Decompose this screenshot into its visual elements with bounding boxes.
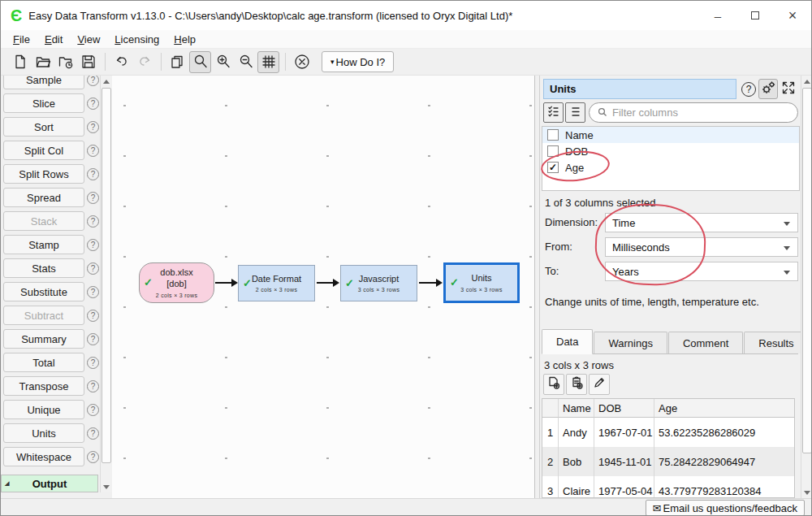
undo-button[interactable] xyxy=(110,51,132,73)
paste-button[interactable] xyxy=(566,374,587,395)
menu-file[interactable]: File xyxy=(6,32,37,47)
help-icon[interactable]: ? xyxy=(87,76,99,86)
column-row-name[interactable]: Name xyxy=(542,127,799,143)
sidebar-item-sample[interactable]: Sample xyxy=(3,76,84,89)
sidebar-item-split-rows[interactable]: Split Rows xyxy=(3,164,84,184)
sidebar-item-whitespace[interactable]: Whitespace xyxy=(3,447,84,466)
checkbox-unchecked[interactable] xyxy=(547,129,559,141)
scrollbar-thumb[interactable] xyxy=(102,88,111,463)
filter-columns-input[interactable] xyxy=(612,106,775,119)
header-age[interactable]: Age xyxy=(654,399,794,418)
checkbox-unchecked[interactable] xyxy=(547,145,559,157)
menu-help[interactable]: Help xyxy=(166,32,203,47)
help-icon[interactable]: ? xyxy=(87,357,99,369)
node-units-selected[interactable]: ✓ Units 3 cols × 3 rows xyxy=(443,262,520,303)
help-icon[interactable]: ? xyxy=(87,333,99,345)
output-section-header[interactable]: ◢ Output xyxy=(1,475,98,492)
zoom-out-button[interactable] xyxy=(235,51,257,73)
sidebar-item-slice[interactable]: Slice xyxy=(3,93,84,113)
new-file-button[interactable] xyxy=(9,51,31,73)
edit-data-button[interactable] xyxy=(589,374,610,395)
toolbar-separator xyxy=(161,53,162,71)
pan-zoom-button[interactable] xyxy=(189,51,211,73)
table-row[interactable]: 2 Bob 1945-11-01 75.28422829064947 xyxy=(542,447,794,476)
scroll-down-icon[interactable] xyxy=(101,481,112,492)
menu-view[interactable]: View xyxy=(70,32,107,47)
header-name[interactable]: Name xyxy=(559,399,594,418)
to-units-dropdown[interactable]: Years xyxy=(605,262,798,281)
zoom-in-button[interactable] xyxy=(212,51,234,73)
help-icon[interactable]: ? xyxy=(87,286,99,298)
add-file-button[interactable] xyxy=(543,374,564,395)
sidebar-item-sort[interactable]: Sort xyxy=(3,117,84,137)
header-dob[interactable]: DOB xyxy=(594,399,654,418)
toggle-grid-button[interactable] xyxy=(257,51,279,73)
help-icon[interactable]: ? xyxy=(87,168,99,180)
panel-help-button[interactable]: ? xyxy=(739,79,758,99)
filter-columns-field[interactable] xyxy=(589,102,798,123)
help-icon[interactable]: ? xyxy=(87,427,99,440)
corner-header-cell[interactable] xyxy=(542,399,559,418)
tab-data[interactable]: Data xyxy=(542,329,593,354)
sidebar-item-unique[interactable]: Unique xyxy=(3,400,84,419)
clipboard-plus-icon xyxy=(569,375,584,393)
sidebar-item-spread[interactable]: Spread xyxy=(3,188,84,207)
dimension-dropdown[interactable]: Time xyxy=(605,213,798,232)
sidebar-item-units[interactable]: Units xyxy=(3,423,84,443)
sidebar-item-transpose[interactable]: Transpose xyxy=(3,376,84,396)
node-dob-xlsx[interactable]: ✓ dob.xlsx [dob] 2 cols × 3 rows xyxy=(139,262,214,303)
sidebar-item-summary[interactable]: Summary xyxy=(3,329,84,349)
help-icon[interactable]: ? xyxy=(87,404,99,416)
column-row-age[interactable]: ✓ Age xyxy=(542,159,799,176)
column-row-dob[interactable]: DOB xyxy=(542,143,799,159)
redo-button[interactable] xyxy=(133,51,155,73)
open-recent-button[interactable] xyxy=(54,51,76,73)
how-do-i-button[interactable]: ▾How Do I? xyxy=(322,51,394,72)
help-icon[interactable]: ? xyxy=(87,239,99,251)
table-row[interactable]: 3 Claire 1977-05-04 43.779779283120384 xyxy=(542,476,794,498)
scroll-up-icon[interactable] xyxy=(801,76,812,87)
panel-scrollbar[interactable] xyxy=(801,76,812,498)
select-all-columns-button[interactable] xyxy=(543,102,564,123)
sidebar-item-total[interactable]: Total xyxy=(3,353,84,372)
sidebar-scrollbar[interactable] xyxy=(100,76,112,492)
flow-canvas[interactable]: ✓ dob.xlsx [dob] 2 cols × 3 rows ✓ Date … xyxy=(112,76,535,498)
node-date-format[interactable]: ✓ Date Format 2 cols × 3 rows xyxy=(238,265,315,301)
panel-expand-button[interactable] xyxy=(779,79,798,99)
deselect-columns-button[interactable] xyxy=(565,102,585,123)
scroll-down-icon[interactable] xyxy=(801,487,812,498)
help-icon[interactable]: ? xyxy=(87,192,99,204)
help-icon[interactable]: ? xyxy=(87,215,99,228)
email-feedback-button[interactable]: ✉ Email us questions/feedback xyxy=(646,500,805,516)
scroll-up-icon[interactable] xyxy=(101,76,112,87)
help-icon[interactable]: ? xyxy=(87,98,99,110)
help-icon[interactable]: ? xyxy=(87,451,99,463)
table-row[interactable]: 1 Andy 1967-07-01 53.62235286286029 xyxy=(542,418,794,447)
from-units-dropdown[interactable]: Milliseconds xyxy=(605,237,798,257)
maximize-button[interactable] xyxy=(736,1,774,30)
duplicate-button[interactable] xyxy=(166,51,188,73)
node-javascript[interactable]: ✓ Javascript 3 cols × 3 rows xyxy=(340,265,417,301)
panel-settings-button[interactable] xyxy=(758,79,778,99)
open-file-button[interactable] xyxy=(32,51,54,73)
help-icon[interactable]: ? xyxy=(87,121,99,133)
sidebar-item-split-col[interactable]: Split Col xyxy=(3,141,84,160)
sidebar-item-stats[interactable]: Stats xyxy=(3,258,84,278)
checkbox-checked[interactable]: ✓ xyxy=(547,162,559,173)
tab-warnings[interactable]: Warnings xyxy=(594,332,667,353)
close-button[interactable]: × xyxy=(774,1,811,30)
sidebar-item-substitute[interactable]: Substitute xyxy=(3,282,84,301)
scrollbar-thumb[interactable] xyxy=(802,88,812,453)
help-icon[interactable]: ? xyxy=(87,145,99,157)
minimize-button[interactable]: – xyxy=(699,1,736,30)
tab-comment[interactable]: Comment xyxy=(668,332,743,353)
cancel-button[interactable] xyxy=(291,51,313,73)
sidebar-item-stamp[interactable]: Stamp xyxy=(3,235,84,254)
menu-licensing[interactable]: Licensing xyxy=(107,32,166,47)
help-icon[interactable]: ? xyxy=(87,380,99,392)
help-icon[interactable]: ? xyxy=(87,262,99,275)
tab-results[interactable]: Results xyxy=(744,332,808,353)
save-button[interactable] xyxy=(77,51,99,73)
help-icon[interactable]: ? xyxy=(87,310,99,322)
menu-edit[interactable]: Edit xyxy=(37,32,70,47)
